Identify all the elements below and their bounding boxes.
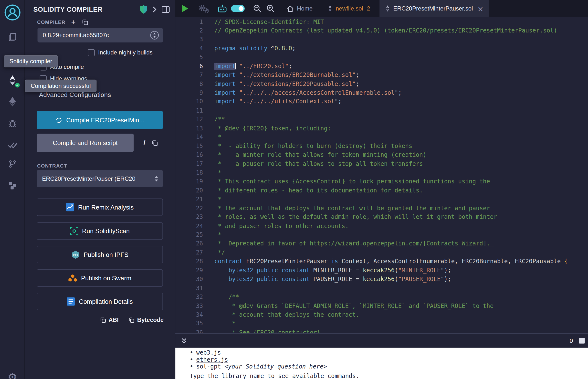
compiler-version-select[interactable]: 0.8.29+commit.ab55807c [38,28,163,43]
code-token: ; [356,72,359,79]
code-line[interactable]: 2// OpenZeppelin Contracts (last updated… [175,26,588,35]
tooltip-solidity-compiler: Solidity compiler [4,55,58,67]
line-number: 15 [175,142,203,151]
line-content: /** [203,115,225,124]
code-token [253,267,257,274]
run-remix-analysis-button[interactable]: Run Remix Analysis [37,199,163,216]
split-view-icon[interactable] [162,6,170,13]
add-custom-compiler-icon[interactable]: + [71,19,76,25]
code-line[interactable]: 33 * @dev Grants `DEFAULT_ADMIN_ROLE`, `… [175,301,588,310]
code-line[interactable]: 15 * - ability for holders to burn (dest… [175,142,588,151]
contract-select[interactable]: ERC20PresetMinterPauser (ERC20 [37,170,163,187]
debugger-icon[interactable] [0,115,25,132]
code-line[interactable]: 1// SPDX-License-Identifier: MIT [175,17,588,26]
code-line[interactable]: 6import "../ERC20.sol"; [175,62,588,71]
code-line[interactable]: 22 * The account that deploys the contra… [175,204,588,213]
code-line[interactable]: 10import "../../../utils/Context.sol"; [175,97,588,106]
remix-logo[interactable] [0,4,25,21]
code-line[interactable]: 11 [175,107,588,115]
code-line[interactable]: 26 * _Deprecated in favor of https://wiz… [175,239,588,248]
code-line[interactable]: 13 * @dev {ERC20} token, including: [175,124,588,133]
code-line[interactable]: 34 * account that deploys the contract. [175,311,588,319]
code-line[interactable]: 31 [175,284,588,293]
run-solidityscan-button[interactable]: Run SolidityScan [37,222,163,239]
code-line[interactable]: 18 * [175,169,588,177]
zoom-out-icon[interactable] [253,4,262,13]
code-line[interactable]: 27 */ [175,248,588,257]
publish-ipfs-button[interactable]: IPFS Publish on IPFS [37,246,163,263]
code-line[interactable]: 30 bytes32 public constant PAUSER_ROLE =… [175,275,588,284]
code-line[interactable]: 14 * [175,133,588,142]
editor-settings-gears-icon[interactable] [198,4,210,14]
line-number: 5 [175,53,203,62]
code-line[interactable]: 12/** [175,115,588,124]
code-line[interactable]: 36 * See {ERC20-constructor}. [175,328,588,333]
code-line[interactable]: 25 * [175,231,588,239]
copy-script-icon[interactable] [151,140,158,146]
line-content: bytes32 public constant PAUSER_ROLE = ke… [203,275,451,284]
compile-button[interactable]: Compile ERC20PresetMin... [37,111,163,129]
tab-erc20presetminterpauser[interactable]: ERC20PresetMinterPauser.sol × [380,0,489,17]
code-line[interactable]: 20 * different roles - head to its docum… [175,186,588,195]
listen-checkbox[interactable] [579,338,585,343]
code-line[interactable]: 32 /** [175,293,588,301]
advanced-configurations[interactable]: Advanced Configurations [39,91,186,99]
code-line[interactable]: 5 [175,53,588,62]
details-icon [67,298,75,306]
zoom-in-icon[interactable] [266,4,275,13]
code-line[interactable]: 3 [175,35,588,44]
file-explorer-icon[interactable] [0,29,25,46]
compilation-details-button[interactable]: Compilation Details [37,293,163,310]
code-line[interactable]: 21 * [175,195,588,204]
code-token: ); [444,276,451,283]
publish-swarm-button[interactable]: Publish on Swarm [37,269,163,287]
code-line[interactable]: 19 * This contract uses {AccessControl} … [175,177,588,186]
copy-bytecode-button[interactable]: Bytecode [128,317,164,324]
code-line[interactable]: 9import "../../../access/AccessControlEn… [175,89,588,97]
copy-version-icon[interactable] [82,19,88,25]
code-line[interactable]: 28contract ERC20PresetMinterPauser is Co… [175,257,588,266]
plugin-manager-icon[interactable] [0,177,25,194]
solidity-compiler-icon[interactable]: ✓ [0,72,25,89]
code-token: ; [289,63,292,70]
code-line[interactable]: 16 * - a minter role that allows for tok… [175,151,588,159]
code-token: ); [444,267,451,274]
chevron-right-icon[interactable] [152,6,157,13]
terminal-link[interactable]: ethers.js [196,356,228,363]
code-line[interactable]: 7import "../extensions/ERC20Burnable.sol… [175,71,588,79]
code-token: * This contract uses {AccessControl} to … [214,178,490,185]
static-analysis-icon[interactable] [0,137,25,153]
line-number: 19 [175,177,203,186]
line-number: 35 [175,319,203,328]
tab-newfile[interactable]: newfile.sol 2 [323,0,375,17]
code-token [236,72,239,79]
code-line[interactable]: 23 * roles, as well as the default admin… [175,213,588,222]
line-content: * - a minter role that allows for token … [203,151,426,159]
git-icon[interactable] [0,156,25,172]
ai-copilot-toggle[interactable] [231,5,245,12]
code-line[interactable]: 4pragma solidity ^0.8.0; [175,44,588,53]
abi-label: ABI [108,317,118,324]
run-script-play-button[interactable] [181,5,188,13]
info-icon[interactable]: i [144,139,145,146]
close-tab-icon[interactable]: × [477,4,483,13]
code-token [236,63,239,70]
line-number: 3 [175,35,203,44]
copy-abi-button[interactable]: ABI [100,317,119,324]
settings-icon[interactable]: ⚙ [0,368,25,379]
code-line[interactable]: 29 bytes32 public constant MINTER_ROLE =… [175,266,588,275]
code-line[interactable]: 24 * and pauser roles to other accounts. [175,222,588,231]
include-nightly-builds-row[interactable]: Include nightly builds [88,48,153,57]
code-line[interactable]: 8import "../extensions/ERC20Pausable.sol… [175,80,588,89]
expand-terminal-icon[interactable] [181,338,187,344]
tab-home[interactable]: Home [282,0,317,17]
code-token: constant [281,267,310,274]
code-editor[interactable]: 1// SPDX-License-Identifier: MIT2// Open… [175,17,588,333]
nightly-checkbox[interactable] [88,49,95,56]
terminal-link[interactable]: web3.js [196,349,221,356]
compile-run-button[interactable]: Compile and Run script [37,134,134,152]
code-line[interactable]: 35 * [175,319,588,328]
deploy-run-icon[interactable] [0,93,25,110]
code-token: ^ [267,45,275,52]
code-line[interactable]: 17 * - a pauser role that allows to stop… [175,160,588,169]
